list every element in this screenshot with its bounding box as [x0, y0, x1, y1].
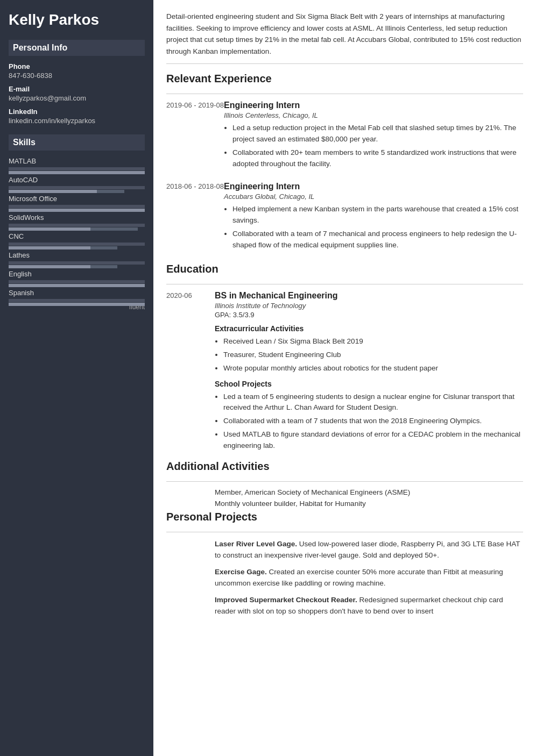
education-gpa: GPA: 3.5/3.9 [215, 311, 523, 319]
skill-name: AutoCAD [9, 176, 145, 184]
skill-bar-secondary-fill [90, 265, 118, 268]
personal-projects-section: Personal Projects Laser River Level Gage… [166, 511, 523, 617]
experience-company: Accubars Global, Chicago, IL [224, 192, 523, 201]
extracurricular-title: Extracurricular Activities [215, 324, 523, 333]
project-name: Laser River Level Gage. [215, 540, 297, 548]
project-block: Improved Supermarket Checkout Reader. Re… [166, 595, 523, 617]
personal-projects-divider [166, 532, 523, 532]
experience-bullet: Collaborated with 20+ team members to wr… [232, 147, 523, 170]
project-text: Exercise Gage. Created an exercise count… [215, 567, 523, 589]
activity-item: Monthly volunteer builder, Habitat for H… [166, 500, 523, 508]
experience-title: Engineering Intern [224, 101, 523, 110]
experience-blocks: 2019-06 - 2019-08Engineering InternIllin… [166, 101, 523, 253]
phone-value: 847-630-6838 [9, 72, 145, 80]
extracurricular-bullet: Treasurer, Student Engineering Club [223, 350, 523, 361]
experience-block: 2018-06 - 2018-08Engineering InternAccub… [166, 182, 523, 253]
skill-item: CNC [9, 232, 145, 246]
skill-name: MATLAB [9, 157, 145, 165]
extracurricular-bullets: Received Lean / Six Sigma Black Belt 201… [215, 336, 523, 374]
skill-bar-fill [9, 246, 90, 249]
skill-bar-background [9, 299, 145, 302]
skill-bar-fill [9, 265, 90, 268]
project-block: Exercise Gage. Created an exercise count… [166, 567, 523, 589]
project-text: Laser River Level Gage. Used low-powered… [215, 539, 523, 561]
skill-bar-secondary-fill [90, 227, 138, 231]
activity-item: Member, American Society of Mechanical E… [166, 488, 523, 496]
skill-bar-secondary-fill [97, 190, 124, 193]
education-detail: BS in Mechanical EngineeringIllinois Ins… [215, 291, 523, 455]
skill-name: Microsoft Office [9, 195, 145, 203]
additional-activities-section: Additional Activities Member, American S… [166, 460, 523, 508]
project-block: Laser River Level Gage. Used low-powered… [166, 539, 523, 561]
skill-item: Lathes [9, 251, 145, 265]
education-school: Illinois Institute of Technology [215, 302, 523, 310]
school-project-bullet: Used MATLAB to figure standard deviation… [223, 429, 523, 452]
education-blocks: 2020-06BS in Mechanical EngineeringIllin… [166, 291, 523, 455]
relevant-experience-section: Relevant Experience 2019-06 - 2019-08Eng… [166, 73, 523, 253]
skill-name: Lathes [9, 251, 145, 259]
experience-block: 2019-06 - 2019-08Engineering InternIllin… [166, 101, 523, 172]
skill-item: SolidWorks [9, 213, 145, 227]
additional-activities-divider [166, 481, 523, 482]
extracurricular-bullet: Wrote popular monthly articles about rob… [223, 363, 523, 374]
skill-bar-background [9, 224, 145, 227]
skill-bar-fill [9, 227, 90, 231]
experience-divider [166, 94, 523, 94]
skill-name: SolidWorks [9, 213, 145, 222]
school-project-bullet: Led a team of 5 engineering students to … [223, 391, 523, 414]
summary-text: Detail-oriented engineering student and … [166, 11, 523, 64]
skill-bar-fill [9, 171, 145, 174]
experience-bullet: Led a setup reduction project in the Met… [232, 123, 523, 145]
skill-bar-fill [9, 190, 97, 193]
personal-projects-blocks: Laser River Level Gage. Used low-powered… [166, 539, 523, 617]
education-degree: BS in Mechanical Engineering [215, 291, 523, 301]
education-divider [166, 284, 523, 284]
education-block: 2020-06BS in Mechanical EngineeringIllin… [166, 291, 523, 455]
skill-name: Spanish [9, 289, 145, 297]
main-content: Detail-oriented engineering student and … [153, 0, 536, 756]
skill-item: MATLAB [9, 157, 145, 170]
personal-info-title: Personal Info [9, 40, 145, 56]
experience-title: Engineering Intern [224, 182, 523, 191]
education-date: 2020-06 [166, 291, 215, 455]
skill-bar-background [9, 261, 145, 265]
email-label: E-mail [9, 85, 145, 93]
skill-item: English [9, 270, 145, 283]
skill-name: CNC [9, 232, 145, 240]
extracurricular-bullet: Received Lean / Six Sigma Black Belt 201… [223, 336, 523, 347]
experience-date: 2018-06 - 2018-08 [166, 182, 224, 253]
project-name: Improved Supermarket Checkout Reader. [215, 596, 357, 604]
experience-detail: Engineering InternIllinois Centerless, C… [224, 101, 523, 172]
skill-item: Microsoft Office [9, 195, 145, 208]
linkedin-value: linkedin.com/in/kellyzparkos [9, 117, 145, 125]
skill-bar-background [9, 167, 145, 170]
experience-date: 2019-06 - 2019-08 [166, 101, 224, 172]
school-projects-title: School Projects [215, 380, 523, 388]
skill-bar-fill [9, 303, 145, 306]
phone-label: Phone [9, 62, 145, 70]
experience-detail: Engineering InternAccubars Global, Chica… [224, 182, 523, 253]
experience-bullets: Led a setup reduction project in the Met… [224, 123, 523, 170]
skill-bar-fill [9, 284, 145, 287]
school-project-bullet: Collaborated with a team of 7 students t… [223, 416, 523, 427]
project-name: Exercise Gage. [215, 568, 267, 576]
linkedin-label: LinkedIn [9, 108, 145, 116]
additional-activities-blocks: Member, American Society of Mechanical E… [166, 488, 523, 508]
candidate-name: Kelly Parkos [9, 11, 145, 29]
education-section: Education 2020-06BS in Mechanical Engine… [166, 263, 523, 455]
experience-company: Illinois Centerless, Chicago, IL [224, 111, 523, 119]
school-projects-bullets: Led a team of 5 engineering students to … [215, 391, 523, 452]
project-text: Improved Supermarket Checkout Reader. Re… [215, 595, 523, 617]
skill-name: English [9, 270, 145, 278]
additional-activities-title: Additional Activities [166, 460, 523, 475]
skill-item: Spanishfluent [9, 289, 145, 311]
skill-bar-background [9, 186, 145, 189]
skill-bar-fill [9, 209, 145, 212]
skill-bar-background [9, 205, 145, 208]
email-value: kellyzparkos@gmail.com [9, 94, 145, 102]
experience-bullets: Helped implement a new Kanban system in … [224, 204, 523, 251]
experience-bullet: Helped implement a new Kanban system in … [232, 204, 523, 226]
skills-title: Skills [9, 134, 145, 151]
relevant-experience-title: Relevant Experience [166, 73, 523, 87]
skill-bar-secondary-fill [90, 246, 118, 249]
